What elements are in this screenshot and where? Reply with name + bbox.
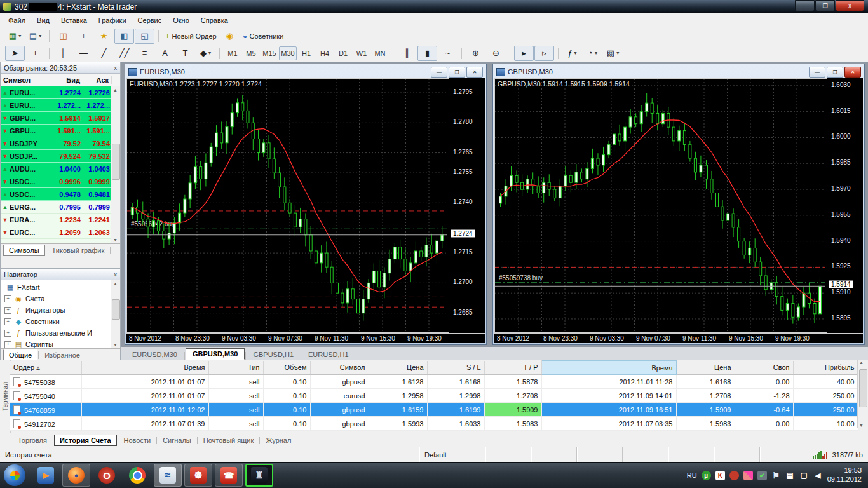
indicators-button[interactable]: ƒ▾ <box>562 46 582 61</box>
arrows-button[interactable]: ◆▾ <box>196 46 215 61</box>
terminal-tab-0[interactable]: Торговля <box>13 435 52 445</box>
column-header-5[interactable]: Цена <box>369 361 427 375</box>
chart-close-button[interactable]: ✕ <box>466 67 483 78</box>
new-order-button[interactable]: +Новый Ордер <box>163 29 219 44</box>
navigator-tab-1[interactable]: Избранное <box>39 350 85 360</box>
data-window-button[interactable]: + <box>74 29 93 44</box>
chart-tab-0[interactable]: EURUSD,M30 <box>126 349 184 360</box>
market-watch-row[interactable]: ▲EURU...1.272...1.272... <box>1 99 120 112</box>
timeframe-W1[interactable]: W1 <box>353 46 370 60</box>
timeframe-M1[interactable]: M1 <box>224 46 241 60</box>
chart-tab-3[interactable]: EURUSD,H1 <box>302 349 355 360</box>
market-watch-row[interactable]: ▲USDC...0.94780.9481 <box>1 188 120 201</box>
crosshair-button[interactable]: + <box>25 46 45 61</box>
navigator-item-3[interactable]: +ƒПользовательские И <box>1 327 120 339</box>
chart-tab-2[interactable]: GBPUSD,H1 <box>247 349 300 360</box>
chart-close-button[interactable]: ✕ <box>844 67 861 78</box>
market-watch-row[interactable]: ▼EURA...1.22341.2241 <box>1 214 120 226</box>
market-watch-row[interactable]: ▲AUDU...1.04001.0403 <box>1 163 120 175</box>
market-watch-row[interactable]: ▼EURC...1.20591.2063 <box>1 226 120 239</box>
terminal-tab-5[interactable]: Журнал <box>261 435 296 445</box>
market-watch-tab-1[interactable]: Тиковый график <box>47 245 110 255</box>
menu-item-3[interactable]: Графики <box>93 15 132 26</box>
history-center-button[interactable]: ★ <box>94 29 114 44</box>
taskbar-phone-app[interactable]: ☎ <box>215 464 243 487</box>
terminal-tab-4[interactable]: Почтовый ящик <box>198 435 259 445</box>
column-header-6[interactable]: S / L <box>427 361 484 375</box>
expand-icon[interactable]: + <box>4 295 11 302</box>
timeframe-M15[interactable]: M15 <box>261 46 278 60</box>
volume-icon[interactable]: ◀ <box>813 471 823 480</box>
expand-icon[interactable]: + <box>4 307 11 314</box>
chart-minimize-button[interactable]: — <box>431 67 447 78</box>
profiles-button[interactable]: ▤▾ <box>25 29 45 44</box>
column-header-10[interactable]: Своп <box>735 361 793 375</box>
timeframe-M5[interactable]: M5 <box>242 46 260 60</box>
market-watch-row[interactable]: ▼USDJPY79.5279.54 <box>1 137 120 150</box>
taskbar-firefox[interactable]: ● <box>62 464 90 487</box>
eurusd-chart-plot[interactable]: EURUSD,M30 1.2723 1.2727 1.2720 1.2724 #… <box>126 78 449 333</box>
tray-icon-blocks[interactable] <box>743 471 753 480</box>
history-row-54768859[interactable]: 547688592012.11.01 12:02sell0.10gbpusd1.… <box>10 403 858 417</box>
taskbar-game[interactable]: ♜ <box>245 464 273 487</box>
zoom-out-button[interactable]: ⊖ <box>486 46 506 61</box>
gbpusd-chart-plot[interactable]: GBPUSD,M30 1.5914 1.5915 1.5909 1.5914 #… <box>494 78 827 333</box>
network-icon[interactable]: ▢ <box>799 471 809 480</box>
history-row-54912702[interactable]: 549127022012.11.07 01:39sell0.10gbpusd1.… <box>10 417 858 431</box>
menu-item-2[interactable]: Вставка <box>55 15 93 26</box>
menu-item-5[interactable]: Окно <box>167 15 195 26</box>
market-watch-scrollbar[interactable]: ▲ ▼ <box>111 86 120 243</box>
language-indicator[interactable]: RU <box>687 471 697 479</box>
market-watch-row[interactable]: ▼USDC...0.99960.9999 <box>1 175 120 188</box>
window-minimize-button[interactable]: — <box>795 0 815 11</box>
timeframe-H4[interactable]: H4 <box>316 46 334 60</box>
column-bid[interactable]: Бид <box>50 76 83 84</box>
chart-restore-button[interactable]: ❒ <box>827 67 843 78</box>
navigator-item-0[interactable]: +◉Счета <box>1 293 120 304</box>
market-watch-tab-0[interactable]: Символы <box>3 245 45 256</box>
column-header-8[interactable]: Время <box>541 361 676 375</box>
line-chart-button[interactable]: ~ <box>438 46 458 61</box>
expand-icon[interactable]: + <box>4 330 11 337</box>
terminal-toggle-button[interactable]: ◱ <box>135 29 154 44</box>
new-chart-button[interactable]: ▦▾ <box>5 29 25 44</box>
terminal-scrollbar[interactable]: ▲ ▼ <box>857 360 868 428</box>
menu-item-4[interactable]: Сервис <box>132 15 168 26</box>
market-watch-row[interactable]: ▲EURG...0.79950.7999 <box>1 201 120 214</box>
column-header-11[interactable]: Прибыль <box>793 361 858 375</box>
chart-minimize-button[interactable]: — <box>809 67 825 78</box>
column-header-1[interactable]: Время <box>81 361 208 375</box>
menu-item-0[interactable]: Файл <box>3 15 31 26</box>
navigator-item-4[interactable]: +▤Скрипты <box>1 339 120 348</box>
fibonacci-button[interactable]: ≡ <box>135 46 154 61</box>
start-button[interactable] <box>4 464 25 486</box>
column-header-7[interactable]: T / P <box>484 361 541 375</box>
market-watch-row[interactable]: ▼GBPU...1.59141.5917 <box>1 112 120 125</box>
navigator-scrollbar[interactable]: ▲ ▼ <box>111 280 120 348</box>
navigator-close-icon[interactable]: x <box>114 271 118 278</box>
status-profile[interactable]: Default <box>419 447 485 463</box>
equidistant-channel-button[interactable]: ╱╱ <box>114 46 134 61</box>
history-row-54755038[interactable]: 547550382012.11.01 01:07sell0.10gbpusd1.… <box>10 375 858 389</box>
utorrent-tray-icon[interactable]: µ <box>702 471 711 480</box>
window-close-button[interactable]: x <box>836 0 864 11</box>
terminal-tab-3[interactable]: Сигналы <box>158 435 196 445</box>
expand-icon[interactable]: + <box>4 318 11 325</box>
market-watch-row[interactable]: ▼GBPU...1.591...1.591... <box>1 125 120 137</box>
column-header-9[interactable]: Цена <box>676 361 735 375</box>
tray-icon-red[interactable] <box>729 471 739 480</box>
market-watch-row[interactable]: ▼USDJP...79.52479.532 <box>1 150 120 163</box>
timeframe-D1[interactable]: D1 <box>334 46 352 60</box>
expand-icon[interactable]: + <box>4 341 11 348</box>
window-maximize-button[interactable]: ❒ <box>815 0 835 11</box>
taskbar-metatrader[interactable]: ≈ <box>154 464 182 487</box>
menu-item-6[interactable]: Справка <box>195 15 234 26</box>
taskbar-opera[interactable]: O <box>93 464 121 487</box>
market-watch-button[interactable]: ◫ <box>53 29 73 44</box>
eurusd-window-titlebar[interactable]: EURUSD,M30 — ❒ ✕ <box>126 65 485 78</box>
timeframe-MN[interactable]: MN <box>371 46 389 60</box>
alerts-button[interactable]: ◉ <box>220 29 240 44</box>
taskbar-clock[interactable]: 19:53 09.11.2012 <box>827 466 864 484</box>
experts-button[interactable]: ◒Советники <box>240 29 287 44</box>
market-watch-close-icon[interactable]: x <box>114 65 118 71</box>
